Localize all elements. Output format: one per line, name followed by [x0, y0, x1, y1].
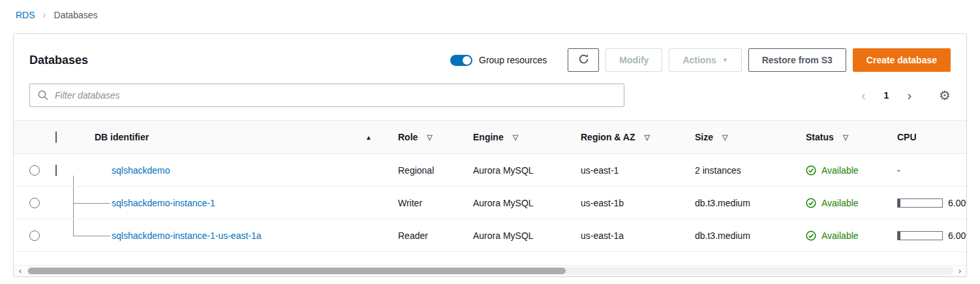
- group-resources-control: Group resources: [450, 55, 547, 66]
- actions-button-label: Actions: [682, 55, 716, 65]
- db-identifier-cell: sqlshackdemo: [92, 165, 385, 176]
- db-identifier-cell: sqlshackdemo-instance-1-us-east-1a: [92, 230, 385, 241]
- db-link[interactable]: sqlshackdemo-instance-1-us-east-1a: [112, 230, 262, 241]
- engine-cell: Aurora MySQL: [460, 198, 568, 208]
- group-resources-label: Group resources: [479, 55, 547, 65]
- modify-button-label: Modify: [619, 55, 649, 65]
- db-link[interactable]: sqlshackdemo: [112, 165, 170, 176]
- cpu-percent-label: 6.00%: [948, 198, 966, 208]
- group-resources-toggle[interactable]: [450, 55, 472, 66]
- actions-caret-icon: ▼: [722, 57, 728, 63]
- header-region-az-label: Region & AZ: [581, 132, 635, 142]
- status-cell: Available: [793, 198, 884, 208]
- header-region-az: Region & AZ ▽: [568, 132, 682, 142]
- page-title: Databases: [29, 54, 88, 67]
- row-select-cell: [14, 165, 55, 176]
- breadcrumb-rds-link[interactable]: RDS: [16, 10, 35, 20]
- status-available-icon: [806, 198, 816, 208]
- breadcrumb: RDS › Databases: [0, 0, 980, 20]
- cpu-usage-bar: [897, 231, 943, 240]
- filter-databases-input[interactable]: [29, 84, 624, 107]
- status-cell: Available: [793, 165, 884, 176]
- cpu-percent-label: 6.00%: [948, 230, 966, 241]
- header-db-identifier-label: DB identifier: [95, 132, 149, 142]
- db-link[interactable]: sqlshackdemo-instance-1: [112, 198, 215, 208]
- header-select-all-cell: [55, 132, 92, 142]
- status-available-icon: [806, 230, 816, 241]
- header-engine: Engine ▽: [460, 132, 568, 142]
- region-cell: us-east-1b: [568, 198, 682, 208]
- row-radio-button[interactable]: [29, 198, 40, 208]
- header-role: Role ▽: [385, 132, 460, 142]
- row-select-cell: [14, 230, 55, 241]
- refresh-button[interactable]: [568, 48, 599, 72]
- pagination-prev-icon[interactable]: ‹: [861, 89, 866, 102]
- scroll-right-icon[interactable]: ›: [953, 266, 966, 277]
- pagination-current-page[interactable]: 1: [884, 90, 889, 101]
- sort-ascending-icon[interactable]: ▲: [365, 134, 372, 141]
- size-cell: 2 instances: [682, 165, 793, 176]
- table-header-row: DB identifier ▲ Role ▽ Engine ▽ Region &…: [14, 120, 966, 154]
- horizontal-scrollbar: ‹ ›: [14, 265, 966, 276]
- restore-from-s3-button[interactable]: Restore from S3: [748, 48, 846, 72]
- row-expand-cell: [55, 165, 92, 176]
- scrollbar-track[interactable]: [27, 267, 953, 275]
- modify-button[interactable]: Modify: [605, 48, 662, 72]
- create-database-label: Create database: [866, 55, 937, 65]
- restore-from-s3-label: Restore from S3: [762, 55, 833, 65]
- status-filter-icon[interactable]: ▽: [843, 133, 848, 142]
- actions-button[interactable]: Actions ▼: [669, 48, 741, 72]
- cpu-usage-fill: [898, 199, 900, 207]
- databases-table: DB identifier ▲ Role ▽ Engine ▽ Region &…: [14, 120, 966, 252]
- engine-cell: Aurora MySQL: [460, 230, 568, 241]
- cpu-cell: 6.00%: [884, 230, 966, 241]
- size-cell: db.t3.medium: [682, 198, 793, 208]
- role-cell: Reader: [385, 230, 460, 241]
- row-radio-button[interactable]: [29, 165, 40, 176]
- tree-line: [73, 203, 110, 204]
- size-filter-icon[interactable]: ▽: [722, 133, 727, 142]
- cpu-cell: 6.00%: [884, 198, 966, 208]
- header-db-identifier: DB identifier ▲: [92, 132, 385, 142]
- collapse-toggle[interactable]: [55, 165, 57, 176]
- region-cell: us-east-1: [568, 165, 682, 176]
- table-row-instance: sqlshackdemo-instance-1-us-east-1a Reade…: [14, 219, 966, 252]
- databases-panel: Databases Group resources Modify Actions…: [13, 33, 967, 277]
- scrollbar-thumb[interactable]: [28, 268, 566, 274]
- breadcrumb-chevron-icon: ›: [43, 9, 46, 20]
- role-cell: Regional: [385, 165, 460, 176]
- search-icon: [37, 89, 49, 101]
- tree-line: [73, 236, 110, 236]
- table-row-instance: sqlshackdemo-instance-1 Writer Aurora My…: [14, 187, 966, 219]
- cpu-usage-bar: [897, 198, 943, 208]
- cpu-cell: -: [884, 165, 966, 176]
- row-select-cell: [14, 198, 55, 208]
- pagination: ‹ 1 › ⚙: [861, 89, 951, 102]
- header-status: Status ▽: [793, 132, 884, 142]
- refresh-icon: [578, 54, 589, 67]
- status-label: Available: [821, 198, 859, 208]
- cpu-usage-fill: [898, 232, 900, 240]
- engine-filter-icon[interactable]: ▽: [513, 133, 518, 142]
- pagination-next-icon[interactable]: ›: [907, 89, 911, 102]
- create-database-button[interactable]: Create database: [853, 48, 951, 72]
- region-cell: us-east-1a: [568, 230, 682, 241]
- settings-gear-icon[interactable]: ⚙: [939, 89, 951, 102]
- role-cell: Writer: [385, 198, 460, 208]
- scroll-left-icon[interactable]: ‹: [14, 266, 27, 277]
- select-all-checkbox[interactable]: [55, 131, 57, 143]
- header-size-label: Size: [695, 132, 713, 142]
- status-available-icon: [806, 165, 816, 176]
- panel-header: Databases Group resources Modify Actions…: [14, 34, 966, 84]
- row-radio-button[interactable]: [29, 230, 40, 241]
- status-label: Available: [821, 165, 859, 176]
- filter-row: ‹ 1 › ⚙: [14, 84, 966, 107]
- engine-cell: Aurora MySQL: [460, 165, 568, 176]
- role-filter-icon[interactable]: ▽: [427, 133, 432, 142]
- header-size: Size ▽: [682, 132, 793, 142]
- region-filter-icon[interactable]: ▽: [644, 133, 649, 142]
- tree-line: [73, 176, 74, 186]
- db-identifier-cell: sqlshackdemo-instance-1: [92, 198, 385, 208]
- header-status-label: Status: [806, 132, 834, 142]
- tree-line: [73, 219, 74, 236]
